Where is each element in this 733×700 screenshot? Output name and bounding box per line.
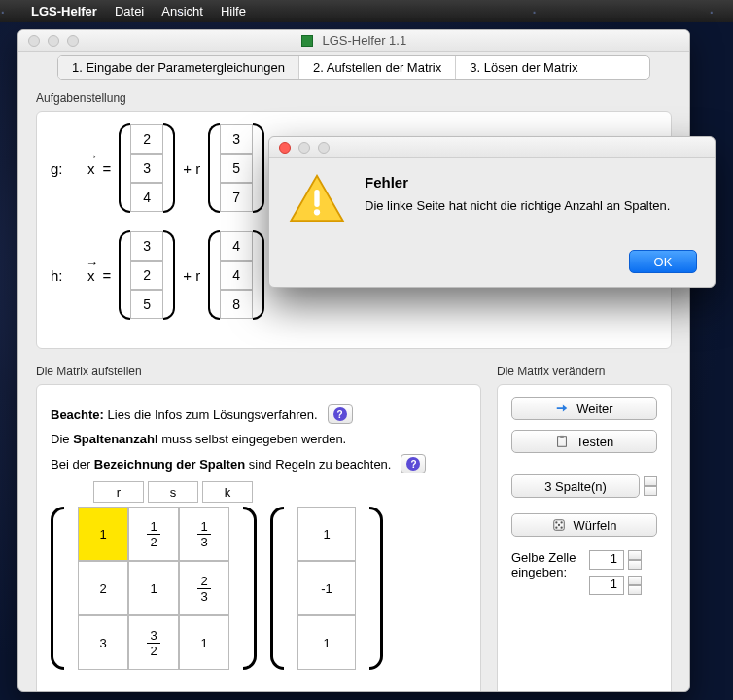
dialog-message: Die linke Seite hat nicht die richtige A… bbox=[365, 198, 670, 213]
svg-point-4 bbox=[560, 521, 562, 523]
h-v2-2[interactable]: 8 bbox=[220, 290, 253, 319]
rhs-cell[interactable]: 1 bbox=[297, 615, 356, 670]
header-s[interactable]: s bbox=[148, 481, 198, 503]
svg-rect-8 bbox=[314, 190, 319, 207]
clipboard-icon bbox=[555, 435, 569, 448]
svg-point-7 bbox=[560, 526, 562, 528]
help-button-1[interactable]: ? bbox=[328, 404, 353, 424]
column-headers: r s k bbox=[93, 481, 467, 503]
h-v2-0[interactable]: 4 bbox=[220, 231, 253, 261]
matrix-cell[interactable]: 1 bbox=[179, 615, 229, 670]
equals-sign: = bbox=[103, 160, 112, 177]
svg-point-5 bbox=[557, 524, 559, 526]
section-aufgabenstellung-label: Aufgabenstellung bbox=[36, 91, 672, 105]
plus-r: + r bbox=[183, 267, 200, 284]
dialog-close-button[interactable] bbox=[279, 142, 291, 154]
spalten-stepper[interactable] bbox=[644, 476, 657, 496]
menubar-item-datei[interactable]: Datei bbox=[115, 4, 144, 18]
step-tabs: 1. Eingabe der Parametergleichungen 2. A… bbox=[57, 55, 650, 80]
header-r[interactable]: r bbox=[93, 481, 144, 503]
app-titlebar: LGS-Helfer 1.1 bbox=[18, 30, 689, 52]
help-icon: ? bbox=[333, 407, 347, 421]
dialog-titlebar bbox=[269, 137, 715, 158]
gelbe-stepper-1[interactable] bbox=[628, 550, 642, 570]
menubar-item-hilfe[interactable]: Hilfe bbox=[221, 4, 246, 18]
spalten-field[interactable]: 3 Spalte(n) bbox=[511, 474, 640, 498]
h-v1-1[interactable]: 2 bbox=[130, 261, 163, 290]
h-v2-1[interactable]: 4 bbox=[220, 261, 253, 290]
info-bezeichnung: Bei der Bezeichnung der Spalten sind Reg… bbox=[51, 454, 467, 473]
matrix-cell[interactable]: 1 bbox=[78, 507, 128, 561]
g-v1-0[interactable]: 2 bbox=[130, 124, 163, 154]
mac-menubar: LGS-Helfer Datei Ansicht Hilfe bbox=[0, 0, 733, 22]
matrix-cell[interactable]: 1 bbox=[128, 561, 179, 615]
section-veraendern-label: Die Matrix verändern bbox=[497, 365, 672, 378]
menubar-item-ansicht[interactable]: Ansicht bbox=[161, 4, 203, 18]
gelbe-input-1[interactable]: 1 bbox=[589, 550, 624, 570]
svg-point-9 bbox=[314, 209, 320, 215]
dialog-title: Fehler bbox=[365, 174, 408, 191]
ok-button[interactable]: OK bbox=[629, 250, 697, 273]
svg-rect-1 bbox=[560, 436, 564, 438]
matrix-cell[interactable]: 2 bbox=[78, 561, 128, 615]
menubar-app-name[interactable]: LGS-Helfer bbox=[31, 4, 97, 18]
h-v1-0[interactable]: 3 bbox=[130, 231, 163, 261]
testen-button[interactable]: Testen bbox=[511, 430, 657, 453]
gelbe-input-2[interactable]: 1 bbox=[589, 576, 624, 595]
eq-h-label: h: bbox=[51, 267, 80, 284]
gelbe-zelle-group: Gelbe Zelle eingeben: 1 1 bbox=[511, 550, 657, 595]
dialog-minimize-button bbox=[298, 142, 310, 154]
app-icon bbox=[301, 35, 313, 47]
matrix-cell[interactable]: 13 bbox=[179, 507, 229, 561]
vector-symbol-x: →x bbox=[87, 267, 95, 284]
weiter-button[interactable]: Weiter bbox=[511, 397, 657, 420]
section-matrix: Beachte: Lies die Infos zum Lösungsverfa… bbox=[36, 384, 481, 692]
g-v2-0[interactable]: 3 bbox=[220, 124, 253, 154]
h-v1-2[interactable]: 5 bbox=[130, 290, 163, 319]
matrix-cell[interactable]: 3 bbox=[78, 615, 128, 670]
svg-point-3 bbox=[555, 521, 557, 523]
g-v2-1[interactable]: 5 bbox=[220, 154, 253, 183]
plus-r: + r bbox=[183, 160, 200, 177]
help-button-2[interactable]: ? bbox=[401, 454, 426, 473]
g-v1-2[interactable]: 4 bbox=[130, 183, 163, 212]
matrix-grid: 1121321233321 bbox=[78, 507, 229, 670]
dialog-zoom-button bbox=[318, 142, 330, 154]
help-icon: ? bbox=[406, 457, 420, 471]
tab-step-1[interactable]: 1. Eingabe der Parametergleichungen bbox=[58, 56, 299, 79]
vector-g-support: 2 3 4 bbox=[119, 123, 175, 213]
header-k[interactable]: k bbox=[202, 481, 253, 503]
right-bracket-icon bbox=[243, 507, 257, 670]
spalten-spinner: 3 Spalte(n) bbox=[511, 474, 657, 498]
vector-g-direction: 3 5 7 bbox=[208, 123, 264, 213]
tab-step-3[interactable]: 3. Lösen der Matrix bbox=[456, 56, 591, 79]
info-spaltenanzahl: Die Spaltenanzahl muss selbst eingegeben… bbox=[51, 432, 467, 446]
matrix-cell[interactable]: 32 bbox=[128, 615, 179, 670]
matrix-area: 1121321233321 1-11 bbox=[51, 507, 467, 670]
info-beachte: Beachte: Lies die Infos zum Lösungsverfa… bbox=[51, 404, 467, 424]
section-veraendern: Weiter Testen 3 Spalte(n) bbox=[497, 384, 672, 692]
arrow-right-icon bbox=[555, 402, 569, 415]
tab-step-2[interactable]: 2. Aufstellen der Matrix bbox=[299, 56, 456, 79]
warning-icon bbox=[289, 174, 345, 223]
gelbe-zelle-label: Gelbe Zelle eingeben: bbox=[511, 550, 579, 579]
wurfeln-button[interactable]: Würfeln bbox=[511, 513, 657, 537]
window-title-text: LGS-Helfer 1.1 bbox=[322, 33, 406, 48]
rhs-vector: 1-11 bbox=[297, 507, 356, 670]
right-bracket-icon bbox=[369, 507, 383, 670]
matrix-cell[interactable]: 23 bbox=[179, 561, 229, 615]
g-v2-2[interactable]: 7 bbox=[220, 183, 253, 212]
left-bracket-icon bbox=[51, 507, 64, 670]
matrix-cell[interactable]: 12 bbox=[128, 507, 179, 561]
rhs-cell[interactable]: -1 bbox=[297, 561, 356, 615]
gelbe-stepper-2[interactable] bbox=[628, 576, 642, 595]
dice-icon bbox=[552, 518, 566, 532]
dialog-text: Fehler Die linke Seite hat nicht die ric… bbox=[365, 174, 670, 223]
section-matrix-label: Die Matrix aufstellen bbox=[36, 365, 481, 378]
app-window: LGS-Helfer 1.1 1. Eingabe der Parameterg… bbox=[17, 29, 690, 692]
window-title: LGS-Helfer 1.1 bbox=[18, 33, 689, 48]
rhs-cell[interactable]: 1 bbox=[297, 507, 356, 561]
svg-point-6 bbox=[555, 526, 557, 528]
g-v1-1[interactable]: 3 bbox=[130, 154, 163, 183]
vector-h-support: 3 2 5 bbox=[119, 230, 175, 320]
